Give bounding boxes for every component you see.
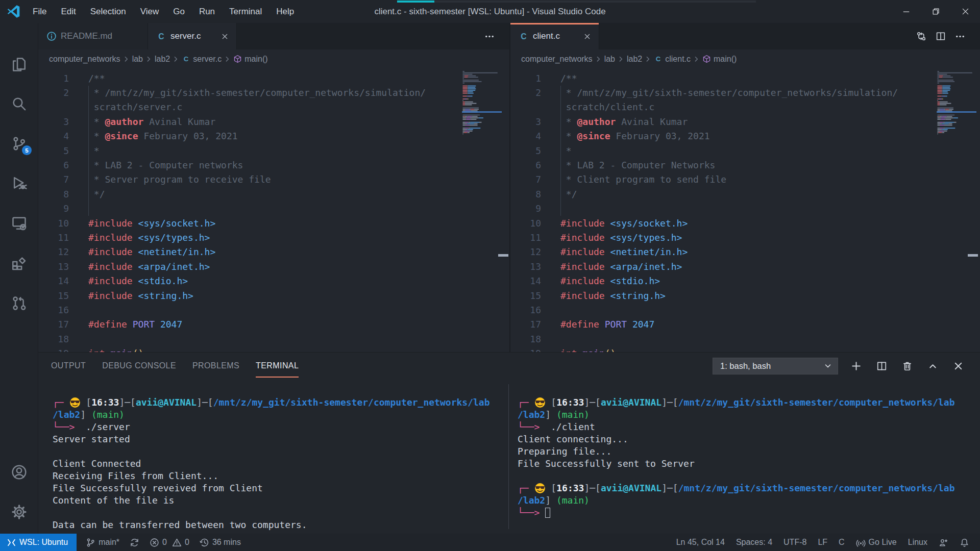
activity-item-extensions[interactable]	[0, 247, 38, 279]
status-cursor-position[interactable]: Ln 45, Col 14	[671, 534, 730, 551]
minimap[interactable]	[462, 68, 502, 352]
status-eol[interactable]: LF	[812, 534, 833, 551]
menu-run[interactable]: Run	[192, 0, 222, 23]
terminal-sash[interactable]	[508, 384, 509, 529]
sunglasses-emoji-icon	[534, 397, 546, 407]
breadcrumb-separator-icon	[223, 55, 232, 63]
editor-group-sash[interactable]	[509, 23, 510, 352]
status-go-live[interactable]: Go Live	[850, 534, 902, 551]
tab-README-md[interactable]: README.md	[38, 23, 148, 49]
panel-tab-terminal[interactable]: TERMINAL	[252, 353, 303, 379]
status-indentation[interactable]: Spaces: 4	[730, 534, 778, 551]
breadcrumb-label: main()	[244, 55, 267, 64]
code-line: 13#include <arpa/inet.h>	[510, 260, 980, 274]
activity-item-explorer[interactable]	[0, 48, 38, 80]
menu-edit[interactable]: Edit	[54, 0, 83, 23]
split-editor-button[interactable]	[931, 28, 950, 45]
line-number: 1	[38, 71, 69, 86]
activity-item-source-control[interactable]: 5	[0, 128, 38, 159]
status-language-mode[interactable]: C	[833, 534, 850, 551]
breadcrumb-separator-icon	[172, 55, 180, 63]
tab-client-c[interactable]: Cclient.c	[510, 23, 599, 49]
tab-close-button[interactable]	[581, 31, 593, 42]
tab-bar: README.mdCserver.c	[38, 23, 509, 49]
minimap[interactable]	[937, 68, 976, 352]
status-sync[interactable]	[125, 534, 144, 551]
breadcrumb-item[interactable]: main()	[233, 55, 267, 64]
maximize-panel-button[interactable]	[920, 356, 945, 375]
terminal-line: ┌─ [16:33]─[avii@AVINAL]─[/mnt/z/my_git/…	[518, 396, 980, 409]
line-number: 8	[510, 187, 541, 202]
editor-actions	[480, 23, 509, 49]
status-feedback[interactable]	[933, 534, 954, 551]
more-actions-button[interactable]	[950, 28, 970, 45]
activity-item-settings[interactable]	[0, 496, 38, 528]
progress-bar	[397, 1, 434, 3]
menu-view[interactable]: View	[133, 0, 166, 23]
line-content: int main()	[560, 346, 616, 352]
code-line: 4 * @since February 03, 2021	[38, 129, 509, 144]
status-git-branch-label: main*	[99, 538, 119, 547]
status-encoding[interactable]: UTF-8	[778, 534, 812, 551]
line-number: 15	[38, 289, 69, 303]
window-restore-button[interactable]	[921, 0, 950, 23]
breadcrumb-item[interactable]: main()	[702, 55, 737, 64]
window-close-button[interactable]	[950, 0, 980, 23]
tab-server-c[interactable]: Cserver.c	[148, 23, 237, 49]
activity-item-github-pull-requests[interactable]	[0, 287, 38, 319]
split-terminal-button[interactable]	[869, 356, 894, 375]
new-terminal-button[interactable]	[843, 356, 869, 375]
terminal-pane-left[interactable]: ┌─ [16:33]─[avii@AVINAL]─[/mnt/z/my_git/…	[38, 379, 508, 531]
menu-go[interactable]: Go	[166, 0, 192, 23]
warning-icon	[172, 538, 182, 547]
status-language-mode-label: C	[839, 538, 845, 547]
code-line: 1/**	[510, 71, 980, 86]
code-line: 6 * LAB 2 - Computer Networks	[510, 158, 980, 173]
activity-bar: 5	[0, 23, 38, 534]
activity-item-accounts[interactable]	[0, 456, 38, 488]
terminal-picker[interactable]: 1: bash, bash	[713, 358, 838, 374]
status-os[interactable]: Linux	[902, 534, 933, 551]
breadcrumb-item[interactable]: Cclient.c	[654, 55, 691, 64]
menu-help[interactable]: Help	[269, 0, 301, 23]
menu-file[interactable]: File	[26, 0, 54, 23]
breadcrumb-item[interactable]: lab2	[155, 55, 170, 64]
status-timer[interactable]: 36 mins	[194, 534, 246, 551]
status-notifications[interactable]	[954, 534, 975, 551]
activity-item-search[interactable]	[0, 88, 38, 119]
breadcrumb-item[interactable]: lab2	[627, 55, 642, 64]
breadcrumb-separator-icon	[144, 55, 153, 63]
terminal-pane-right[interactable]: ┌─ [16:33]─[avii@AVINAL]─[/mnt/z/my_git/…	[509, 379, 980, 531]
line-content: #include <sys/types.h>	[88, 231, 210, 245]
activity-item-remote-explorer[interactable]	[0, 207, 38, 239]
kill-terminal-button[interactable]	[894, 356, 920, 375]
menu-terminal[interactable]: Terminal	[222, 0, 269, 23]
open-changes-button[interactable]	[912, 28, 931, 45]
panel-tab-problems[interactable]: PROBLEMS	[188, 353, 243, 379]
breadcrumb-item[interactable]: lab	[604, 55, 615, 64]
breadcrumb-item[interactable]: Cserver.c	[182, 55, 222, 64]
history-icon	[200, 538, 209, 547]
status-remote-indicator[interactable]: WSL: Ubuntu	[0, 534, 77, 551]
tab-close-button[interactable]	[219, 31, 230, 42]
breadcrumb-item[interactable]: computer_networks	[49, 55, 120, 64]
activity-item-run-and-debug[interactable]	[0, 167, 38, 199]
panel-tab-debug-console[interactable]: DEBUG CONSOLE	[98, 353, 180, 379]
window-minimize-button[interactable]	[891, 0, 921, 23]
menu-selection[interactable]: Selection	[83, 0, 133, 23]
breadcrumb-item[interactable]: computer_networks	[521, 55, 593, 64]
sunglasses-emoji-icon	[69, 397, 81, 407]
status-git-branch[interactable]: main*	[81, 534, 125, 551]
svg-text:C: C	[656, 55, 661, 63]
status-problems[interactable]: 00	[144, 534, 194, 551]
code-editor[interactable]: 1/**2 * /mnt/z/my_git/sixth-semester/com…	[38, 68, 509, 352]
tab-label: README.md	[61, 31, 141, 41]
more-actions-button[interactable]	[480, 28, 499, 45]
code-editor[interactable]: 1/**2 * /mnt/z/my_git/sixth-semester/com…	[510, 68, 980, 352]
panel-tab-output[interactable]: OUTPUT	[47, 353, 90, 379]
terminal-line: Server started	[53, 433, 508, 445]
breadcrumb-item[interactable]: lab	[132, 55, 143, 64]
remote-explorer-icon	[11, 215, 27, 231]
close-panel-button[interactable]	[945, 356, 971, 375]
code-line: 12#include <netinet/in.h>	[510, 245, 980, 260]
